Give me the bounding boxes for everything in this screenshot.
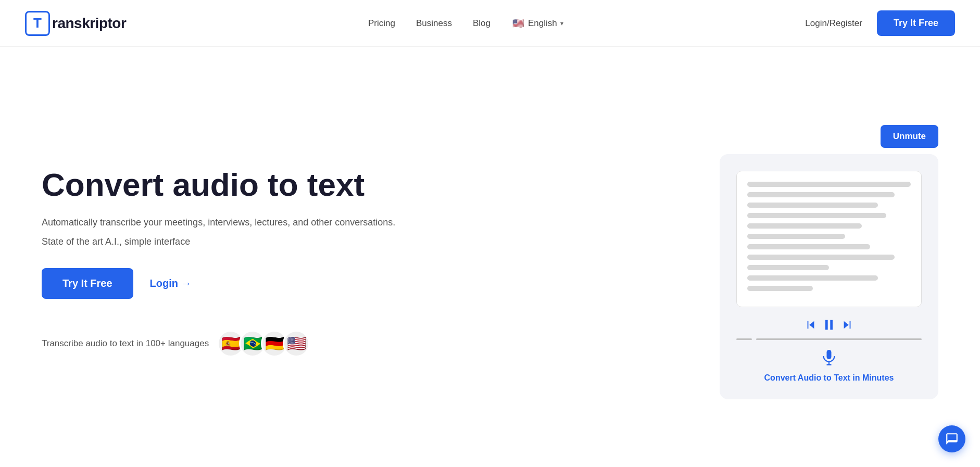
chat-icon <box>945 432 959 446</box>
hero-right: Unmute <box>720 125 938 399</box>
svg-rect-5 <box>850 321 851 329</box>
svg-rect-3 <box>830 320 833 330</box>
hero-title: Convert audio to text <box>42 167 395 203</box>
logo-link[interactable]: T ranskriptor <box>25 11 126 36</box>
flag-group: 🇪🇸 🇧🇷 🇩🇪 🇺🇸 <box>217 330 310 357</box>
transcript-line-1 <box>747 182 911 187</box>
languages-text: Transcribe audio to text in 100+ languag… <box>42 338 209 349</box>
transcript-line-7 <box>747 244 870 249</box>
transcript-line-2 <box>747 192 895 197</box>
progress-bar-left <box>736 338 752 340</box>
progress-bar-main <box>756 338 922 340</box>
try-free-nav-button[interactable]: Try It Free <box>877 10 955 36</box>
language-selector[interactable]: 🇺🇸 English ▾ <box>511 17 563 30</box>
demo-card: Convert Audio to Text in Minutes <box>720 154 938 399</box>
pause-icon <box>822 318 836 332</box>
transcript-line-5 <box>747 223 862 229</box>
chevron-down-icon: ▾ <box>560 20 563 27</box>
nav-blog[interactable]: Blog <box>473 18 491 29</box>
svg-rect-2 <box>825 320 828 330</box>
unmute-button[interactable]: Unmute <box>881 125 938 148</box>
svg-marker-4 <box>844 321 849 329</box>
hero-section: Convert audio to text Automatically tran… <box>0 47 980 467</box>
hero-subtitle1: Automatically transcribe your meetings, … <box>42 215 395 230</box>
logo-icon: T <box>25 11 50 36</box>
login-register-link[interactable]: Login/Register <box>805 18 862 29</box>
skip-back-icon <box>805 319 816 331</box>
language-label: English <box>528 18 557 29</box>
hero-left: Convert audio to text Automatically tran… <box>42 167 395 357</box>
svg-rect-1 <box>808 321 809 329</box>
nav-right: Login/Register Try It Free <box>805 10 955 36</box>
nav-links: Pricing Business Blog 🇺🇸 English ▾ <box>368 17 563 30</box>
logo-text: ranskriptor <box>52 15 126 32</box>
playback-area <box>805 318 853 336</box>
svg-rect-6 <box>827 350 832 359</box>
transcript-line-3 <box>747 203 878 208</box>
hero-languages: Transcribe audio to text in 100+ languag… <box>42 330 395 357</box>
flag-usa: 🇺🇸 <box>283 330 310 357</box>
nav-business[interactable]: Business <box>416 18 452 29</box>
skip-forward-icon <box>841 319 853 331</box>
flag-us-icon: 🇺🇸 <box>511 17 525 30</box>
transcript-line-8 <box>747 255 895 260</box>
transcript-line-6 <box>747 234 845 239</box>
nav-pricing[interactable]: Pricing <box>368 18 395 29</box>
try-free-hero-button[interactable]: Try It Free <box>42 268 133 299</box>
demo-caption: Convert Audio to Text in Minutes <box>764 373 894 383</box>
mic-area <box>820 348 838 367</box>
progress-area <box>736 338 922 340</box>
transcript-line-11 <box>747 286 813 291</box>
mic-icon <box>820 348 838 367</box>
transcript-line-10 <box>747 275 878 281</box>
hero-subtitle2: State of the art A.I., simple interface <box>42 236 395 247</box>
audio-controls <box>805 318 853 332</box>
hero-buttons: Try It Free Login → <box>42 268 395 299</box>
chat-bubble-button[interactable] <box>938 425 965 452</box>
logo-letter: T <box>33 15 42 31</box>
transcript-line-9 <box>747 265 829 270</box>
svg-marker-0 <box>809 321 814 329</box>
login-hero-button[interactable]: Login → <box>150 277 192 289</box>
transcript-box <box>736 171 922 307</box>
transcript-line-4 <box>747 213 886 218</box>
navbar: T ranskriptor Pricing Business Blog 🇺🇸 E… <box>0 0 980 47</box>
